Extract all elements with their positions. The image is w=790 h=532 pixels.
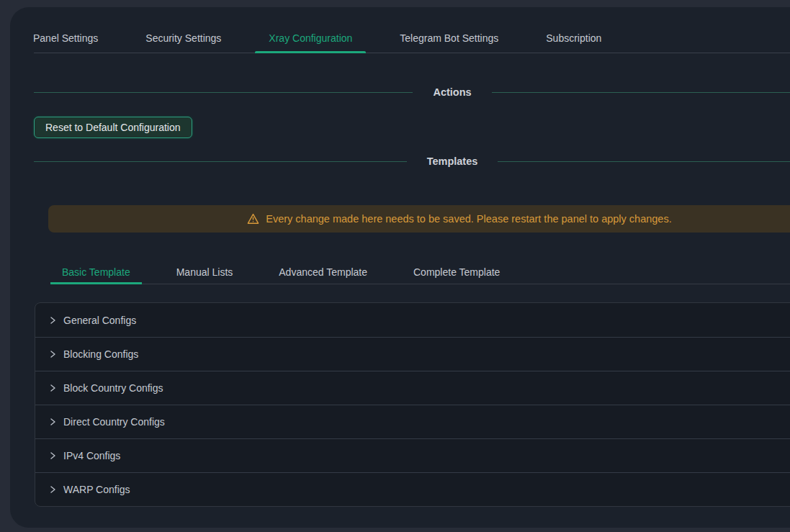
config-collapse-list: General Configs Blocking Configs Block C… bbox=[35, 302, 790, 507]
collapse-blocking-configs[interactable]: Blocking Configs bbox=[35, 337, 790, 371]
reset-to-default-button[interactable]: Reset to Default Configuration bbox=[34, 117, 192, 138]
tab-basic-template[interactable]: Basic Template bbox=[50, 260, 142, 284]
templates-section-title: Templates bbox=[427, 155, 478, 167]
collapse-ipv4-configs[interactable]: IPv4 Configs bbox=[35, 438, 790, 472]
settings-card: Panel Settings Security Settings Xray Co… bbox=[10, 7, 790, 528]
actions-section-divider: Actions bbox=[34, 85, 790, 99]
restart-warning-text: Every change made here needs to be saved… bbox=[266, 213, 671, 225]
divider-line bbox=[492, 92, 790, 93]
tab-security-settings[interactable]: Security Settings bbox=[132, 23, 235, 53]
tab-telegram-bot-settings[interactable]: Telegram Bot Settings bbox=[386, 23, 512, 53]
chevron-right-icon bbox=[48, 384, 57, 392]
collapse-label: Direct Country Configs bbox=[63, 416, 165, 428]
collapse-label: Block Country Configs bbox=[63, 382, 163, 394]
collapse-label: Blocking Configs bbox=[63, 348, 138, 360]
chevron-right-icon bbox=[48, 418, 57, 426]
warning-triangle-icon bbox=[247, 213, 259, 225]
collapse-label: General Configs bbox=[63, 315, 136, 326]
chevron-right-icon bbox=[48, 350, 57, 359]
chevron-right-icon bbox=[48, 485, 57, 494]
tab-advanced-template[interactable]: Advanced Template bbox=[267, 260, 379, 284]
templates-section-divider: Templates bbox=[34, 154, 790, 168]
tab-subscription[interactable]: Subscription bbox=[532, 23, 615, 53]
divider-line bbox=[34, 92, 413, 93]
divider-line bbox=[498, 161, 790, 162]
main-tab-bar: Panel Settings Security Settings Xray Co… bbox=[34, 23, 790, 53]
chevron-right-icon bbox=[48, 451, 57, 460]
collapse-label: WARP Configs bbox=[63, 484, 130, 495]
collapse-label: IPv4 Configs bbox=[63, 450, 120, 461]
divider-line bbox=[34, 161, 407, 162]
tab-panel-settings[interactable]: Panel Settings bbox=[19, 23, 112, 53]
collapse-warp-configs[interactable]: WARP Configs bbox=[35, 472, 790, 506]
tab-manual-lists[interactable]: Manual Lists bbox=[165, 260, 245, 284]
restart-warning-alert: Every change made here needs to be saved… bbox=[48, 205, 790, 233]
chevron-right-icon bbox=[48, 316, 57, 325]
actions-section-title: Actions bbox=[433, 86, 471, 98]
collapse-direct-country-configs[interactable]: Direct Country Configs bbox=[35, 405, 790, 438]
tab-complete-template[interactable]: Complete Template bbox=[402, 260, 511, 284]
collapse-block-country-configs[interactable]: Block Country Configs bbox=[35, 371, 790, 405]
tab-xray-configuration[interactable]: Xray Configuration bbox=[255, 23, 366, 53]
collapse-general-configs[interactable]: General Configs bbox=[35, 303, 790, 337]
template-tab-bar: Basic Template Manual Lists Advanced Tem… bbox=[50, 260, 790, 284]
